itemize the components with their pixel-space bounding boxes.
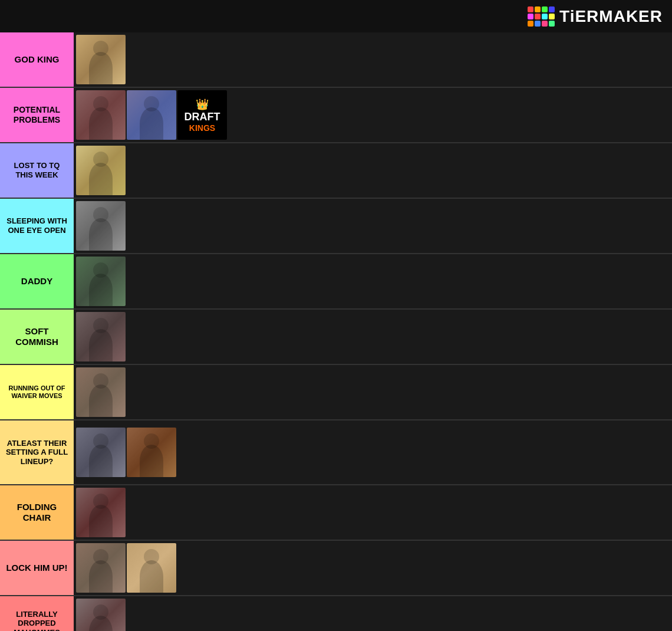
tier-label-soft-commish: SOFT COMMISH: [0, 310, 74, 364]
tier-row-lost-to-tq: LOST TO TQ THIS WEEK: [0, 143, 672, 199]
tier-photo: [76, 257, 126, 306]
tier-row-folding-chair: FOLDING CHAIR: [0, 485, 672, 541]
tier-images-soft-commish: [74, 310, 672, 364]
logo-cell: [528, 21, 533, 27]
tier-photo: [76, 488, 126, 537]
tier-label-god-king: GOD KING: [0, 32, 74, 87]
tier-label-lock-him-up: LOCK HIM UP!: [0, 541, 74, 595]
tier-label-sleeping: SLEEPING WITH ONE EYE OPEN: [0, 199, 74, 253]
tiermaker-logo: TiERMAKER: [528, 6, 663, 27]
dk-kings-text: KINGS: [189, 123, 215, 133]
logo-cell: [528, 6, 533, 12]
tier-photo: [76, 90, 126, 140]
tier-row-sleeping: SLEEPING WITH ONE EYE OPEN: [0, 199, 672, 254]
tier-label-daddy: DADDY: [0, 254, 74, 308]
tier-images-potential-problems: 👑 DRAFT KINGS: [74, 88, 672, 142]
logo-text: TiERMAKER: [559, 7, 663, 26]
logo-cell: [535, 21, 541, 27]
tier-photo-draftkings: 👑 DRAFT KINGS: [177, 90, 227, 140]
tier-images-running-out: [74, 365, 672, 419]
dk-brand-text: DRAFT: [185, 111, 220, 123]
tier-label-literally: LITERALLY DROPPED MAHOMMES: [0, 596, 74, 631]
tier-images-lock-him-up: [74, 541, 672, 595]
tier-images-literally: [74, 596, 672, 631]
tier-label-running-out: RUNNING OUT OF WAIVER MOVES: [0, 365, 74, 419]
logo-cell: [542, 21, 548, 27]
tier-label-atleast: ATLEAST THEIR SETTING A FULL LINEUP?: [0, 420, 74, 484]
logo-cell: [535, 14, 541, 19]
tier-images-folding-chair: [74, 485, 672, 540]
tier-photo: [76, 312, 126, 361]
tier-images-lost-to-tq: [74, 143, 672, 198]
tier-images-atleast: [74, 420, 672, 484]
tier-photo: [76, 428, 126, 477]
logo-cell: [528, 14, 533, 19]
logo-cell: [542, 6, 548, 12]
tier-row-daddy: DADDY: [0, 254, 672, 310]
tier-label-lost-to-tq: LOST TO TQ THIS WEEK: [0, 143, 74, 198]
logo-cell: [549, 21, 555, 27]
tier-photo: [76, 35, 126, 84]
tier-photo: [76, 367, 126, 417]
tier-photo: [76, 543, 126, 593]
tier-row-soft-commish: SOFT COMMISH: [0, 310, 672, 365]
tier-photo: [127, 90, 176, 140]
header: TiERMAKER: [0, 0, 672, 32]
logo-cell: [535, 6, 541, 12]
tier-label-folding-chair: FOLDING CHAIR: [0, 485, 74, 540]
tier-row-god-king: GOD KING: [0, 32, 672, 88]
tier-row-potential-problems: POTENTIAL PROBLEMS 👑 DRAFT KINGS: [0, 88, 672, 143]
dk-crown-icon: 👑: [196, 98, 209, 111]
logo-cell: [542, 14, 548, 19]
tier-images-god-king: [74, 32, 672, 87]
tier-photo: [76, 201, 126, 251]
logo-cell: [549, 14, 555, 19]
tier-row-running-out: RUNNING OUT OF WAIVER MOVES: [0, 365, 672, 420]
tier-label-potential-problems: POTENTIAL PROBLEMS: [0, 88, 74, 142]
logo-grid: [528, 6, 555, 27]
tier-photo: [76, 146, 126, 195]
tier-row-literally: LITERALLY DROPPED MAHOMMES: [0, 596, 672, 631]
tier-images-daddy: [74, 254, 672, 308]
tier-photo-trump: [127, 543, 176, 593]
tier-photo: [127, 428, 176, 477]
tier-row-atleast: ATLEAST THEIR SETTING A FULL LINEUP?: [0, 420, 672, 485]
tier-photo: [76, 599, 126, 631]
logo-cell: [549, 6, 555, 12]
tier-row-lock-him-up: LOCK HIM UP!: [0, 541, 672, 596]
tier-images-sleeping: [74, 199, 672, 253]
